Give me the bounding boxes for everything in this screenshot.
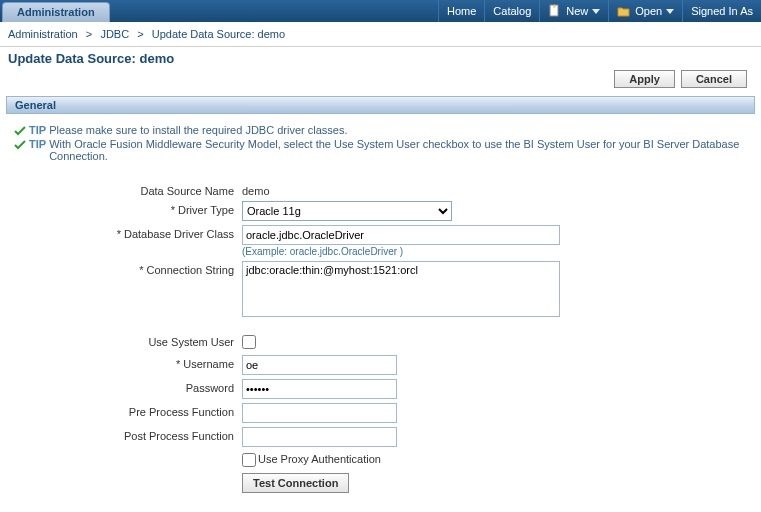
breadcrumb-current: Update Data Source: demo: [152, 28, 285, 40]
nav-catalog-label: Catalog: [493, 5, 531, 17]
chevron-down-icon: [666, 9, 674, 14]
apply-button[interactable]: Apply: [614, 70, 675, 88]
breadcrumb-sep: >: [81, 28, 98, 40]
pre-process-input[interactable]: [242, 403, 397, 423]
nav-open-label: Open: [635, 5, 662, 17]
driver-class-input[interactable]: [242, 225, 560, 245]
data-source-form: Data Source Name demo * Driver Type Orac…: [14, 182, 747, 493]
label-password: Password: [14, 379, 242, 394]
driver-class-example: (Example: oracle.jdbc.OracleDriver ): [242, 246, 560, 257]
password-input[interactable]: [242, 379, 397, 399]
breadcrumb: Administration > JDBC > Update Data Sour…: [0, 22, 761, 47]
cancel-button[interactable]: Cancel: [681, 70, 747, 88]
breadcrumb-jdbc[interactable]: JDBC: [100, 28, 129, 40]
breadcrumb-admin[interactable]: Administration: [8, 28, 78, 40]
test-connection-button[interactable]: Test Connection: [242, 473, 349, 493]
tip-text-2: With Oracle Fusion Middleware Security M…: [49, 138, 747, 162]
label-proxy-auth: Use Proxy Authentication: [258, 453, 381, 465]
new-document-icon: [548, 4, 562, 18]
tip-text-1: Please make sure to install the required…: [49, 124, 347, 136]
label-data-source-name: Data Source Name: [14, 182, 242, 197]
nav-catalog[interactable]: Catalog: [484, 0, 539, 22]
label-use-system-user: Use System User: [14, 333, 242, 348]
nav-new-label: New: [566, 5, 588, 17]
section-general: General: [6, 96, 755, 114]
tip-row: TIP Please make sure to install the requ…: [14, 124, 747, 137]
label-driver-class: * Database Driver Class: [14, 225, 242, 240]
nav-open[interactable]: Open: [608, 0, 682, 22]
tip-label: TIP: [29, 138, 46, 150]
nav-signed-in[interactable]: Signed In As: [682, 0, 761, 22]
folder-open-icon: [617, 4, 631, 18]
use-system-user-checkbox[interactable]: [242, 335, 256, 349]
top-nav-bar: Administration Home Catalog New Open Sig…: [0, 0, 761, 22]
value-data-source-name: demo: [242, 182, 270, 197]
label-connection-string: * Connection String: [14, 261, 242, 276]
check-icon: [14, 139, 26, 151]
label-username: * Username: [14, 355, 242, 370]
nav-signed-in-label: Signed In As: [691, 5, 753, 17]
nav-home[interactable]: Home: [438, 0, 484, 22]
chevron-down-icon: [592, 9, 600, 14]
driver-type-select[interactable]: Oracle 11g: [242, 201, 452, 221]
nav-new[interactable]: New: [539, 0, 608, 22]
tip-label: TIP: [29, 124, 46, 136]
breadcrumb-sep: >: [132, 28, 149, 40]
admin-tab[interactable]: Administration: [2, 2, 110, 22]
label-driver-type: * Driver Type: [14, 201, 242, 216]
proxy-auth-checkbox[interactable]: [242, 453, 256, 467]
nav-home-label: Home: [447, 5, 476, 17]
check-icon: [14, 125, 26, 137]
username-input[interactable]: [242, 355, 397, 375]
tip-row: TIP With Oracle Fusion Middleware Securi…: [14, 138, 747, 162]
page-title: Update Data Source: demo: [8, 51, 174, 66]
connection-string-input[interactable]: <span></span>: [242, 261, 560, 317]
post-process-input[interactable]: [242, 427, 397, 447]
label-pre-process: Pre Process Function: [14, 403, 242, 418]
label-post-process: Post Process Function: [14, 427, 242, 442]
